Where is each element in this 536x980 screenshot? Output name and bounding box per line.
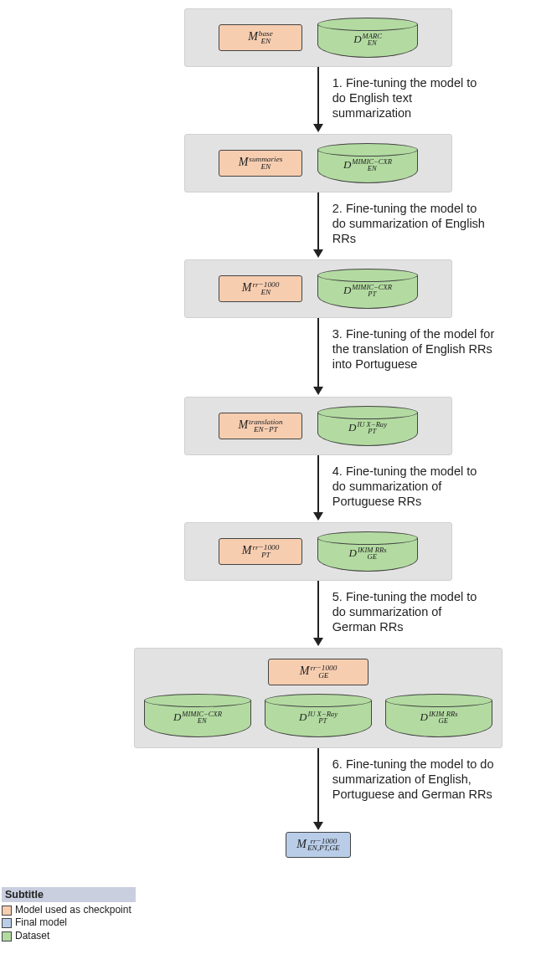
arrow-6: 6. Fine-tuning the model to do summariza… <box>142 748 494 832</box>
step-label-6: 6. Fine-tuning the model to do summariza… <box>332 757 500 802</box>
stage-1: MbaseEN DMARCEN <box>184 8 452 67</box>
legend-item-dataset: Dataset <box>2 930 136 943</box>
flow-diagram: MbaseEN DMARCEN 1. Fine-tuning the model… <box>109 8 528 858</box>
model-chip: MtranslationEN−PT <box>219 413 302 439</box>
dataset-cylinder: DMIMIC−CXREN <box>144 694 251 737</box>
swatch-icon <box>2 931 12 942</box>
stage-3: Mrr−1000EN DMIMIC−CXRPT <box>184 259 452 318</box>
arrow-1: 1. Fine-tuning the model to do English t… <box>142 67 494 134</box>
legend-title: Subtitle <box>2 887 136 902</box>
legend: Subtitle Model used as checkpoint Final … <box>2 887 136 943</box>
step-label-5: 5. Fine-tuning the model to do summariza… <box>332 589 487 634</box>
stage-6: Mrr−1000GE DMIMIC−CXREN DIU X−RayPT DIKI… <box>134 648 502 748</box>
step-label-3: 3. Fine-tuning of the model for the tran… <box>332 326 500 372</box>
step-label-2: 2. Fine-tuning the model to do summariza… <box>332 201 487 246</box>
dataset-cylinder: DIKIM RRsGE <box>385 694 492 737</box>
arrow-4: 4. Fine-tuning the model to do summariza… <box>142 455 494 522</box>
arrow-3: 3. Fine-tuning of the model for the tran… <box>142 318 494 397</box>
legend-item-model: Model used as checkpoint <box>2 904 136 917</box>
arrow-2: 2. Fine-tuning the model to do summariza… <box>142 192 494 259</box>
stage-5: Mrr−1000PT DIKIM RRsGE <box>184 522 452 581</box>
dataset-cylinder: DMARCEN <box>317 18 418 58</box>
model-chip: Mrr−1000PT <box>219 538 302 565</box>
stage-2: MsummariesEN DMIMIC−CXREN <box>184 134 452 192</box>
step-label-1: 1. Fine-tuning the model to do English t… <box>332 75 487 121</box>
model-chip: Mrr−1000EN <box>219 275 302 302</box>
dataset-cylinder: DIU X−RayPT <box>317 406 418 446</box>
dataset-cylinder: DMIMIC−CXRPT <box>317 269 418 309</box>
arrow-5: 5. Fine-tuning the model to do summariza… <box>142 581 494 648</box>
dataset-cylinder: DIKIM RRsGE <box>317 531 418 572</box>
model-chip: MbaseEN <box>219 24 302 51</box>
swatch-icon <box>2 918 12 928</box>
final-model-chip: Mrr−1000EN,PT,GE <box>286 832 351 859</box>
stage-4: MtranslationEN−PT DIU X−RayPT <box>184 397 452 455</box>
step-label-4: 4. Fine-tuning the model to do summariza… <box>332 464 487 509</box>
swatch-icon <box>2 906 12 916</box>
model-chip: MsummariesEN <box>219 150 302 177</box>
dataset-cylinder: DIU X−RayPT <box>265 694 372 737</box>
dataset-cylinder: DMIMIC−CXREN <box>317 143 418 183</box>
legend-item-final: Final model <box>2 916 136 930</box>
model-chip: Mrr−1000GE <box>268 659 368 685</box>
